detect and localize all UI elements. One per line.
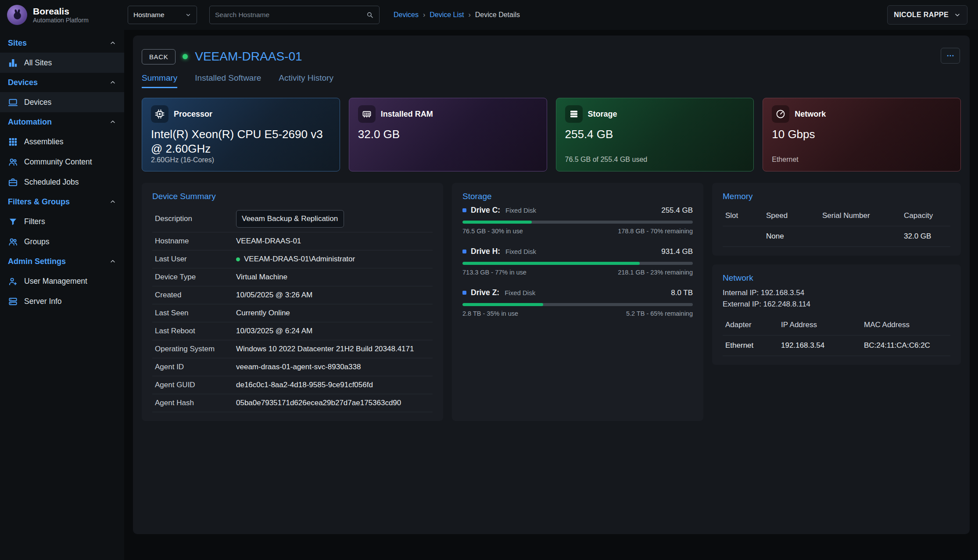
sidebar-item-label: Server Info xyxy=(24,297,62,306)
chevron-down-icon xyxy=(954,11,961,18)
breadcrumb-separator: › xyxy=(423,11,425,19)
user-plus-icon xyxy=(8,276,18,286)
description-input[interactable] xyxy=(236,210,344,228)
summary-label: Last Reboot xyxy=(155,327,236,335)
drive-usage-bar xyxy=(462,262,693,265)
summary-rows-bottom: Device Type Virtual Machine Created 10/0… xyxy=(152,268,433,412)
adapter-ip: 192.168.3.54 xyxy=(781,341,864,350)
summary-value: de16c0c1-8aa2-4d18-9585-9ce91cf056fd xyxy=(236,381,430,389)
card-value: 32.0 GB xyxy=(358,127,538,142)
adapter-mac: BC:24:11:CA:C6:2C xyxy=(864,341,948,350)
sidebar-item-scheduled-jobs[interactable]: Scheduled Jobs xyxy=(0,172,124,192)
summary-label: Agent GUID xyxy=(155,381,236,389)
breadcrumb-separator: › xyxy=(468,11,470,19)
search-input[interactable] xyxy=(215,11,366,19)
memory-slot xyxy=(725,232,766,241)
drive-usage-fill xyxy=(462,262,640,265)
groups-icon xyxy=(8,237,18,247)
summary-label: Hostname xyxy=(155,237,236,246)
summary-value: veeam-draas-01-agent-svc-8930a338 xyxy=(236,363,430,371)
card-footer: 2.60GHz (16-Cores) xyxy=(151,156,331,164)
column-header: MAC Address xyxy=(864,321,948,329)
summary-label: Description xyxy=(155,214,236,223)
ram-card: Installed RAM 32.0 GB xyxy=(349,98,547,171)
sidebar-section-sites[interactable]: Sites xyxy=(0,33,124,53)
drive-size: 255.4 GB xyxy=(661,206,693,215)
memory-speed: None xyxy=(766,232,822,241)
memory-table-header: Slot Speed Serial Number Capacity xyxy=(723,206,950,226)
device-title: VEEAM-DRAAS-01 xyxy=(195,50,302,64)
panel-title: Network xyxy=(723,273,950,283)
more-actions-button[interactable] xyxy=(941,48,960,64)
panel-title: Memory xyxy=(723,192,950,201)
breadcrumb-device-list[interactable]: Device List xyxy=(430,11,464,19)
drive-list: Drive C: Fixed Disk 255.4 GB 76.5 GB - 3… xyxy=(462,206,693,317)
tab-activity-history[interactable]: Activity History xyxy=(279,73,333,88)
processor-card: Processor Intel(R) Xeon(R) CPU E5-2690 v… xyxy=(142,98,340,171)
detail-panels: Device Summary Description Hostname VEEA… xyxy=(142,183,961,421)
user-name: NICOLE RAPPE xyxy=(894,11,949,19)
sidebar-item-filters[interactable]: Filters xyxy=(0,211,124,232)
last-user-value: VEEAM-DRAAS-01\Administrator xyxy=(244,255,355,264)
drive-usage-fill xyxy=(462,221,532,224)
card-title: Installed RAM xyxy=(381,110,433,119)
sidebar-item-label: Scheduled Jobs xyxy=(24,178,79,187)
summary-row: Created 10/05/2025 @ 3:26 AM xyxy=(152,286,433,304)
storage-card: Storage 255.4 GB 76.5 GB of 255.4 GB use… xyxy=(556,98,754,171)
drive-size: 8.0 TB xyxy=(671,289,693,297)
summary-value: 10/05/2025 @ 3:26 AM xyxy=(236,291,430,300)
drive-row: Drive C: Fixed Disk 255.4 GB 76.5 GB - 3… xyxy=(462,206,693,235)
card-value: 255.4 GB xyxy=(565,127,745,142)
drive-header: Drive Z: Fixed Disk 8.0 TB xyxy=(462,288,693,297)
summary-value: 05ba0e7935171d626ecea29b27d7ae175363cd90 xyxy=(236,399,430,407)
laptop-icon xyxy=(8,97,18,107)
drive-name: Drive C: xyxy=(471,206,500,215)
sidebar-item-user-management[interactable]: User Management xyxy=(0,271,124,291)
main-column: Hostname Devices › Device List › Device … xyxy=(124,0,978,560)
chevron-up-icon xyxy=(109,118,116,125)
chevron-up-icon xyxy=(109,198,116,205)
panel-title: Storage xyxy=(462,192,693,201)
back-button[interactable]: BACK xyxy=(142,49,176,64)
drive-usage-bar xyxy=(462,303,693,306)
sidebar-item-label: Assemblies xyxy=(24,137,63,146)
sidebar-item-devices[interactable]: Devices xyxy=(0,92,124,112)
user-menu-button[interactable]: NICOLE RAPPE xyxy=(887,5,967,25)
sidebar-section-devices[interactable]: Devices xyxy=(0,73,124,92)
sidebar: Borealis Automation Platform Sites All S… xyxy=(0,0,124,560)
drive-used: 76.5 GB - 30% in use xyxy=(462,228,523,235)
sidebar-section-admin-settings[interactable]: Admin Settings xyxy=(0,252,124,271)
sidebar-item-server-info[interactable]: Server Info xyxy=(0,291,124,311)
memory-serial xyxy=(822,232,904,241)
server-icon xyxy=(8,296,18,307)
grid-icon xyxy=(8,137,18,147)
sidebar-item-groups[interactable]: Groups xyxy=(0,232,124,252)
drive-usage-bar xyxy=(462,221,693,224)
summary-label: Operating System xyxy=(155,345,236,353)
sidebar-section-automation[interactable]: Automation xyxy=(0,112,124,132)
tab-summary[interactable]: Summary xyxy=(142,73,177,88)
breadcrumb-devices[interactable]: Devices xyxy=(394,11,419,19)
sidebar-item-label: Devices xyxy=(24,98,51,107)
memory-capacity: 32.0 GB xyxy=(904,232,948,241)
memory-chip-icon xyxy=(358,105,376,123)
summary-row: Hostname VEEAM-DRAAS-01 xyxy=(152,232,433,250)
drive-remaining: 178.8 GB - 70% remaining xyxy=(618,228,693,235)
card-footer: 76.5 GB of 255.4 GB used xyxy=(565,156,745,164)
sidebar-item-community-content[interactable]: Community Content xyxy=(0,152,124,172)
device-summary-panel: Device Summary Description Hostname VEEA… xyxy=(142,183,443,421)
sidebar-item-assemblies[interactable]: Assemblies xyxy=(0,132,124,152)
brand: Borealis Automation Platform xyxy=(0,0,124,30)
right-panel-column: Memory Slot Speed Serial Number Capacity… xyxy=(712,183,961,421)
tab-installed-software[interactable]: Installed Software xyxy=(195,73,261,88)
external-ip: External IP: 162.248.8.114 xyxy=(723,299,950,310)
summary-value: VEEAM-DRAAS-01 xyxy=(236,237,430,246)
sidebar-item-all-sites[interactable]: All Sites xyxy=(0,53,124,73)
sidebar-section-filters-groups[interactable]: Filters & Groups xyxy=(0,192,124,211)
hostname-filter-dropdown[interactable]: Hostname xyxy=(128,6,197,24)
breadcrumb: Devices › Device List › Device Details xyxy=(394,11,520,19)
card-title: Network xyxy=(795,110,826,119)
drive-header: Drive H: Fixed Disk 931.4 GB xyxy=(462,247,693,256)
summary-label: Device Type xyxy=(155,273,236,282)
people-icon xyxy=(8,157,18,167)
